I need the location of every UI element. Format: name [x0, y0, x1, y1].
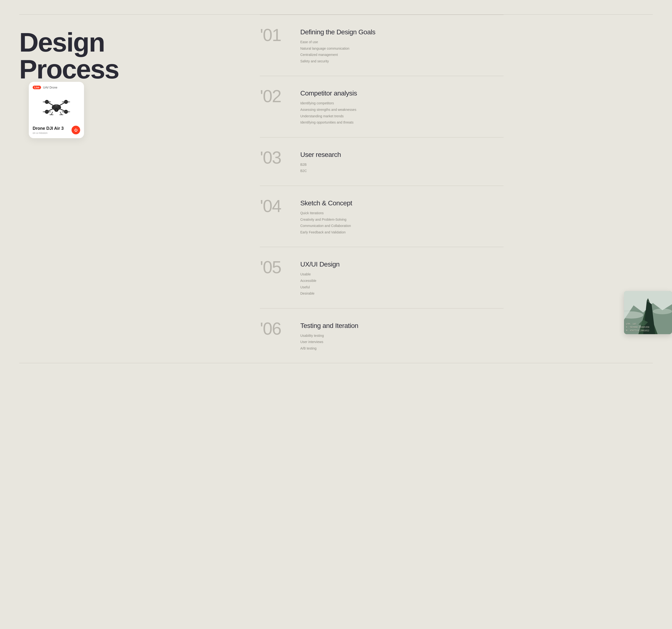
section-number-6: '06: [260, 320, 289, 337]
section-items-3: B2BB2C: [300, 161, 504, 174]
list-item: A/B testing: [300, 345, 504, 352]
section-title-3: User research: [300, 151, 504, 158]
section-number-4: '04: [260, 197, 289, 215]
section-title-2: Competitor analysis: [300, 90, 504, 97]
drone-card: Live UAV Drone: [29, 82, 84, 138]
svg-line-15: [51, 112, 53, 115]
section-content-4: Sketch & ConceptQuick IterationsCreativi…: [300, 197, 504, 235]
process-section-6: '06Testing and IterationUsability testin…: [260, 308, 504, 363]
process-section-5: '05UX/UI DesignUsableAccessibleUsefulDes…: [260, 247, 504, 308]
list-item: Quick Iterations: [300, 210, 504, 217]
list-item: Identifying opportunities and threats: [300, 119, 504, 126]
list-item: Ease of use: [300, 39, 504, 45]
list-item: Communication and Collaboration: [300, 223, 504, 229]
list-item: Creativity and Problem-Solving: [300, 217, 504, 223]
drone-info: Drone DJI Air 3 on a mission: [33, 126, 64, 134]
svg-point-14: [62, 111, 70, 112]
svg-rect-19: [55, 105, 58, 107]
list-item: Assessing strengths and weaknesses: [300, 106, 504, 113]
svg-point-2: [55, 109, 57, 111]
process-section-1: '01Defining the Design GoalsEase of useN…: [260, 15, 504, 76]
list-item: Accessible: [300, 278, 504, 284]
drone-illustration: [40, 93, 73, 120]
list-item: Understanding market trends: [300, 113, 504, 120]
list-item: Safety and security: [300, 58, 504, 65]
section-number-3: '03: [260, 149, 289, 166]
list-item: Usable: [300, 271, 504, 278]
svg-line-16: [60, 112, 62, 115]
list-item: Identifying competitors: [300, 100, 504, 106]
section-items-5: UsableAccessibleUsefulDesirable: [300, 271, 504, 297]
process-section-4: '04Sketch & ConceptQuick IterationsCreat…: [260, 186, 504, 247]
mountain-photo: UTM: 18T E: 583960.05995359 N: 4507514.2…: [624, 291, 672, 334]
power-button[interactable]: ⏻: [72, 126, 80, 134]
list-item: User interviews: [300, 339, 504, 345]
list-item: Desirable: [300, 290, 504, 297]
section-items-4: Quick IterationsCreativity and Problem-S…: [300, 210, 504, 235]
svg-rect-20: [56, 105, 57, 105]
right-panel: '01Defining the Design GoalsEase of useN…: [260, 15, 504, 363]
section-title-5: UX/UI Design: [300, 260, 504, 268]
live-badge: Live: [33, 86, 41, 89]
list-item: Centralized management: [300, 52, 504, 58]
process-section-3: '03User researchB2BB2C: [260, 137, 504, 186]
section-content-2: Competitor analysisIdentifying competito…: [300, 87, 504, 125]
section-number-2: '02: [260, 87, 289, 105]
section-content-1: Defining the Design GoalsEase of useNatu…: [300, 26, 504, 64]
section-title-1: Defining the Design Goals: [300, 28, 504, 36]
svg-point-13: [43, 111, 51, 112]
drone-subtitle: on a mission: [33, 131, 64, 134]
section-content-3: User researchB2BB2C: [300, 149, 504, 174]
section-number-5: '05: [260, 259, 289, 276]
section-items-6: Usability testingUser interviewsA/B test…: [300, 332, 504, 352]
list-item: B2C: [300, 168, 504, 174]
drone-name: Drone DJI Air 3: [33, 126, 64, 131]
list-item: B2B: [300, 161, 504, 168]
list-item: Natural language communication: [300, 45, 504, 52]
section-content-5: UX/UI DesignUsableAccessibleUsefulDesira…: [300, 259, 504, 297]
power-icon: ⏻: [74, 128, 77, 132]
bottom-divider: [19, 363, 653, 363]
drone-card-footer: Drone DJI Air 3 on a mission ⏻: [33, 124, 80, 134]
list-item: Early Feedback and Validation: [300, 229, 504, 235]
section-title-4: Sketch & Concept: [300, 199, 504, 207]
left-panel: Design Process Live UAV Drone: [19, 15, 260, 363]
section-items-2: Identifying competitorsAssessing strengt…: [300, 100, 504, 125]
section-title-6: Testing and Iteration: [300, 322, 504, 330]
list-item: Useful: [300, 284, 504, 291]
section-content-6: Testing and IterationUsability testingUs…: [300, 320, 504, 352]
section-number-1: '01: [260, 26, 289, 44]
process-section-2: '02Competitor analysisIdentifying compet…: [260, 76, 504, 137]
svg-point-29: [653, 308, 672, 314]
svg-point-11: [43, 101, 51, 103]
right-panel-wrapper: '01Defining the Design GoalsEase of useN…: [260, 15, 653, 363]
svg-point-12: [62, 101, 70, 103]
drone-type-label: UAV Drone: [43, 86, 57, 89]
section-items-1: Ease of useNatural language communicatio…: [300, 39, 504, 64]
drone-image: [33, 92, 80, 121]
drone-card-header: Live UAV Drone: [33, 86, 80, 89]
utm-overlay: UTM: 18T E: 583960.05995359 N: 4507514.2…: [626, 323, 649, 332]
page-title: Design Process: [19, 29, 250, 83]
list-item: Usability testing: [300, 332, 504, 339]
